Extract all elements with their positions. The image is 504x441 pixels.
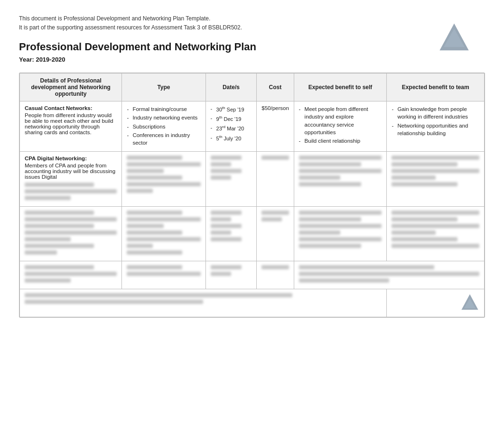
footer-logo-cell: [387, 289, 485, 317]
row1-cost: $50/person: [257, 101, 294, 151]
row1-type-item-2: Industry networking events: [127, 114, 200, 121]
row4-details: [20, 261, 122, 289]
row1-benefit-team-item-1: Gain knowledge from people working in di…: [392, 105, 479, 120]
page-title: Professional Development and Networking …: [19, 41, 485, 53]
row1-benefit-self-list: Meet people from different industry and …: [299, 105, 382, 144]
row2-details-body: Members of CPA and people from accountin…: [25, 163, 117, 180]
logo-area: [438, 21, 471, 56]
row1-type: Formal training/course Industry networki…: [122, 101, 205, 151]
header-dates: Date/s: [205, 74, 257, 101]
table-row-2: CPA Digital Networking: Members of CPA a…: [20, 151, 485, 206]
row1-details: Casual Contact Networks: People from dif…: [20, 101, 122, 151]
row1-dates: 30th Sep '19 9th Dec '19 23rd Mar '20 5t…: [205, 101, 257, 151]
header-benefit-self: Expected benefit to self: [294, 74, 387, 101]
row2-type: [122, 151, 205, 206]
row2-details-blurred: [25, 183, 117, 200]
table-row-1: Casual Contact Networks: People from dif…: [20, 101, 485, 151]
row3-type-blurred: [127, 211, 200, 255]
row2-cost: [257, 151, 294, 206]
row1-type-item-4: Conferences in industry sector: [127, 131, 200, 147]
row3-cost-blurred: [261, 211, 289, 221]
doc-info: This document is Professional Developmen…: [19, 14, 485, 32]
row2-type-blurred: [127, 156, 200, 193]
footer-logo-icon: [460, 293, 479, 312]
row1-date-3: 23rd Mar '20: [211, 124, 252, 132]
row2-benefit-team: [387, 151, 485, 206]
doc-info-line1: This document is Professional Developmen…: [19, 14, 485, 23]
row4-cost-blurred: [261, 265, 289, 269]
row1-benefit-self-item-1: Meet people from different industry and …: [299, 105, 382, 136]
row3-dates: [205, 206, 257, 261]
row3-details-blurred: [25, 211, 117, 255]
row2-cost-blurred: [261, 156, 289, 160]
row2-benefit-team-blurred: [392, 156, 479, 186]
row2-benefit-self: [294, 151, 387, 206]
row4-dates-blurred: [211, 265, 252, 276]
row3-dates-blurred: [211, 211, 252, 241]
footer-text-blurred: [25, 293, 382, 304]
header-details: Details of Professional development and …: [20, 74, 122, 101]
row1-benefit-team-item-2: Networking opportunities and relationshi…: [392, 122, 479, 137]
row4-dates: [205, 261, 257, 289]
plan-table: Details of Professional development and …: [19, 73, 485, 317]
row1-dates-list: 30th Sep '19 9th Dec '19 23rd Mar '20 5t…: [211, 105, 252, 142]
table-row-4: [20, 261, 485, 289]
row4-type-blurred: [127, 265, 200, 276]
row1-benefit-team-list: Gain knowledge from people working in di…: [392, 105, 479, 137]
row1-benefit-self: Meet people from different industry and …: [294, 101, 387, 151]
row1-details-body: People from different industry would be …: [25, 112, 117, 135]
row3-type: [122, 206, 205, 261]
row3-benefit-team-blurred: [392, 211, 479, 248]
row4-benefit: [294, 261, 484, 289]
row1-type-item-3: Subscriptions: [127, 123, 200, 130]
table-row-3: [20, 206, 485, 261]
header-cost: Cost: [257, 74, 294, 101]
row4-benefit-blurred: [299, 265, 479, 283]
doc-info-line2: It is part of the supporting assessment …: [19, 23, 485, 32]
row3-benefit-team: [387, 206, 485, 261]
row1-date-2: 9th Dec '19: [211, 115, 252, 123]
row4-cost: [257, 261, 294, 289]
header-benefit-team: Expected benefit to team: [387, 74, 485, 101]
row1-date-4: 5th July '20: [211, 134, 252, 142]
row2-benefit-self-blurred: [299, 156, 382, 186]
row2-dates-blurred: [211, 156, 252, 180]
row1-type-item-1: Formal training/course: [127, 105, 200, 113]
row2-details: CPA Digital Networking: Members of CPA a…: [20, 151, 122, 206]
table-footer-row: [20, 289, 485, 317]
row3-cost: [257, 206, 294, 261]
header-type: Type: [122, 74, 205, 101]
row3-details: [20, 206, 122, 261]
row3-benefit-self-blurred: [299, 211, 382, 248]
row4-details-blurred: [25, 265, 117, 283]
row1-details-title: Casual Contact Networks:: [25, 105, 117, 111]
row1-type-list: Formal training/course Industry networki…: [127, 105, 200, 146]
row2-details-title: CPA Digital Networking:: [25, 156, 117, 161]
row1-benefit-self-item-2: Build client relationship: [299, 137, 382, 145]
row2-dates: [205, 151, 257, 206]
footer-text-cell: [20, 289, 387, 317]
logo-icon: [438, 21, 471, 55]
row1-benefit-team: Gain knowledge from people working in di…: [387, 101, 485, 151]
row3-benefit-self: [294, 206, 387, 261]
row4-type: [122, 261, 205, 289]
year-label: Year: 2019-2020: [19, 56, 485, 63]
row1-date-1: 30th Sep '19: [211, 105, 252, 113]
